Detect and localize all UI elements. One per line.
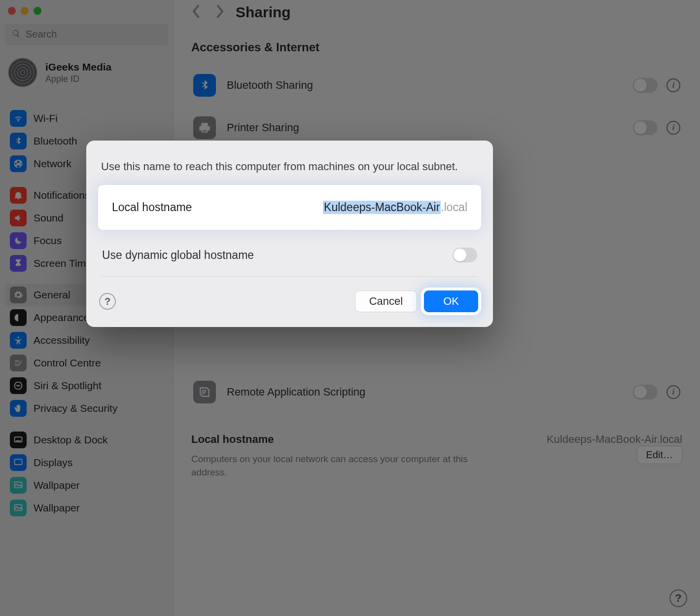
hostname-selected-text: Kuldeeps-MacBook-Air: [323, 201, 441, 214]
hostname-suffix: .local: [441, 201, 467, 214]
edit-hostname-dialog: Use this name to reach this computer fro…: [86, 141, 493, 327]
dynamic-hostname-label: Use dynamic global hostname: [102, 249, 443, 262]
cancel-button[interactable]: Cancel: [355, 290, 417, 312]
dialog-help-button[interactable]: ?: [99, 293, 116, 310]
ok-button[interactable]: OK: [424, 290, 478, 312]
dynamic-hostname-row: Use dynamic global hostname: [101, 246, 478, 277]
hostname-field-row[interactable]: Local hostname Kuldeeps-MacBook-Air.loca…: [101, 188, 478, 227]
dialog-description: Use this name to reach this computer fro…: [86, 160, 493, 188]
hostname-field-label: Local hostname: [112, 201, 323, 214]
hostname-field-value[interactable]: Kuldeeps-MacBook-Air.local: [323, 201, 467, 214]
dynamic-hostname-toggle[interactable]: [453, 248, 477, 262]
